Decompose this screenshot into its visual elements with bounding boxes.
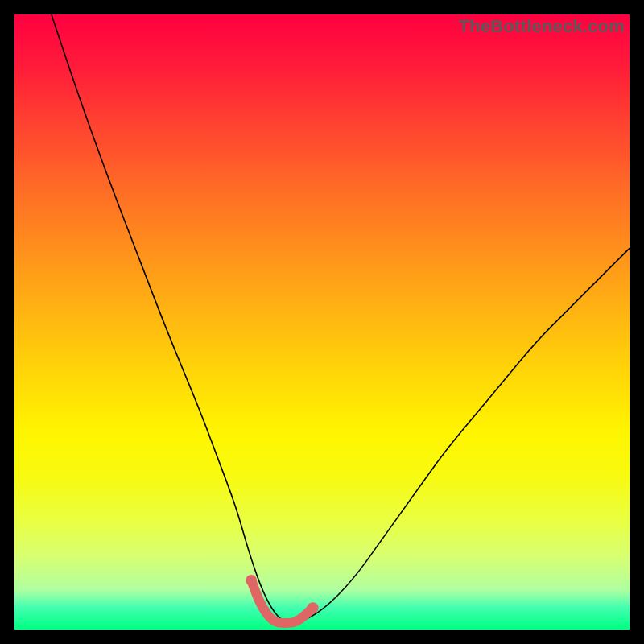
- frame: TheBottleneck.com: [0, 0, 644, 644]
- highlight-endpoint: [246, 575, 257, 586]
- optimal-region-highlight: [251, 580, 312, 623]
- highlight-endpoint: [308, 602, 319, 613]
- plot-area: TheBottleneck.com: [14, 14, 630, 630]
- bottleneck-curve: [52, 14, 630, 623]
- chart-svg: [14, 14, 630, 630]
